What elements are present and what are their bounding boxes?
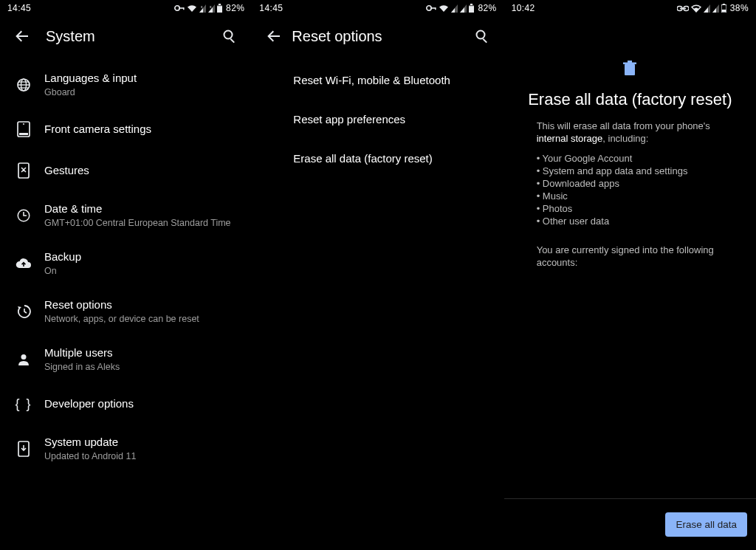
signal-2-icon bbox=[460, 4, 467, 13]
item-subtitle: Signed in as Aleks bbox=[44, 361, 240, 373]
svg-text:x: x bbox=[210, 4, 212, 9]
svg-rect-6 bbox=[219, 4, 221, 5]
back-button[interactable] bbox=[9, 29, 35, 44]
signal-2-icon: x bbox=[208, 4, 215, 13]
item-title: Backup bbox=[44, 250, 240, 264]
wifi-icon bbox=[691, 4, 701, 13]
svg-rect-30 bbox=[482, 38, 487, 43]
status-time: 14:45 bbox=[259, 3, 283, 13]
back-arrow-icon bbox=[15, 29, 30, 44]
app-bar: Reset options bbox=[252, 16, 504, 56]
erase-button-bar: Erase all data bbox=[504, 498, 756, 537]
erase-intro: This will erase all data from your phone… bbox=[537, 120, 724, 145]
battery-icon bbox=[721, 4, 726, 13]
vpn-chain-icon bbox=[677, 5, 689, 12]
camera-front-icon bbox=[17, 121, 30, 137]
status-battery: 38% bbox=[730, 3, 749, 13]
item-title: Date & time bbox=[44, 202, 240, 216]
item-front-camera[interactable]: Front camera settings bbox=[0, 109, 252, 150]
item-title: Reset options bbox=[44, 298, 240, 312]
update-icon bbox=[17, 441, 30, 457]
svg-rect-7 bbox=[217, 6, 222, 13]
search-icon bbox=[475, 29, 489, 44]
svg-rect-28 bbox=[469, 6, 474, 13]
svg-rect-25 bbox=[435, 7, 436, 10]
item-title: System update bbox=[44, 435, 240, 450]
svg-rect-2 bbox=[183, 7, 185, 10]
svg-rect-1 bbox=[179, 7, 184, 9]
erase-body: This will erase all data from your phone… bbox=[504, 109, 756, 269]
item-gestures[interactable]: Gestures bbox=[0, 150, 252, 191]
item-reset-options[interactable]: Reset optionsNetwork, apps, or device ca… bbox=[0, 287, 252, 335]
restore-icon bbox=[16, 304, 31, 319]
signal-1-icon bbox=[704, 4, 710, 13]
status-bar: 14:45 x x 82% bbox=[0, 0, 252, 16]
item-developer-options[interactable]: { } Developer options bbox=[0, 383, 252, 424]
svg-rect-9 bbox=[230, 38, 235, 43]
page-title: System bbox=[46, 28, 216, 45]
svg-rect-27 bbox=[470, 4, 472, 5]
signal-1-icon: x bbox=[199, 4, 206, 13]
item-system-update[interactable]: System updateUpdated to Android 11 bbox=[0, 424, 252, 472]
item-subtitle: Network, apps, or device can be reset bbox=[44, 313, 240, 325]
status-battery: 82% bbox=[478, 3, 496, 13]
trash-icon bbox=[622, 61, 637, 77]
reset-wifi-mobile-bt[interactable]: Reset Wi-Fi, mobile & Bluetooth bbox=[293, 61, 492, 100]
svg-point-8 bbox=[224, 31, 233, 39]
clock-icon bbox=[16, 208, 31, 223]
cloud-upload-icon bbox=[16, 258, 32, 269]
item-title: Front camera settings bbox=[44, 119, 240, 140]
person-icon bbox=[16, 352, 31, 367]
item-backup[interactable]: BackupOn bbox=[0, 239, 252, 287]
back-arrow-icon bbox=[267, 29, 281, 44]
svg-text:x: x bbox=[201, 4, 203, 9]
signal-2-icon bbox=[712, 4, 719, 13]
status-icons: 82% bbox=[426, 3, 496, 13]
erase-bullet: Other user data bbox=[537, 215, 724, 227]
page-title: Reset options bbox=[292, 28, 468, 45]
svg-rect-33 bbox=[680, 7, 686, 9]
item-subtitle: Updated to Android 11 bbox=[44, 450, 240, 462]
svg-rect-17 bbox=[19, 133, 28, 135]
erase-bullet: Photos bbox=[537, 202, 724, 215]
erase-bullet: Your Google Account bbox=[537, 152, 724, 165]
item-title: Languages & input bbox=[44, 71, 240, 86]
reset-app-preferences[interactable]: Reset app preferences bbox=[293, 100, 492, 139]
item-title: Developer options bbox=[44, 393, 240, 414]
screen-system: 14:45 x x 82% System Languages & inputGb… bbox=[0, 0, 252, 550]
svg-point-21 bbox=[21, 354, 27, 360]
back-button[interactable] bbox=[261, 29, 287, 44]
braces-icon: { } bbox=[15, 396, 32, 412]
erase-bullet-list: Your Google Account System and app data … bbox=[537, 152, 724, 227]
screen-reset-options: 14:45 82% Reset options Reset Wi-Fi, mob… bbox=[252, 0, 504, 550]
status-battery: 82% bbox=[226, 3, 244, 13]
status-bar: 14:45 82% bbox=[252, 0, 504, 16]
search-button[interactable] bbox=[469, 29, 495, 44]
search-button[interactable] bbox=[216, 29, 243, 44]
status-icons: 38% bbox=[677, 3, 749, 13]
item-title: Gestures bbox=[44, 160, 240, 181]
erase-all-data[interactable]: Erase all data (factory reset) bbox=[293, 139, 492, 178]
wifi-icon bbox=[187, 4, 197, 13]
item-languages-input[interactable]: Languages & inputGboard bbox=[0, 61, 252, 109]
signal-1-icon bbox=[451, 4, 458, 13]
status-icons: x x 82% bbox=[174, 3, 244, 13]
status-bar: 10:42 38% bbox=[504, 0, 756, 16]
svg-rect-39 bbox=[628, 61, 632, 63]
svg-point-29 bbox=[476, 31, 484, 39]
item-title: Multiple users bbox=[44, 346, 240, 360]
svg-rect-24 bbox=[430, 7, 436, 9]
vpn-key-icon bbox=[426, 4, 436, 12]
globe-icon bbox=[16, 78, 31, 92]
vpn-key-icon bbox=[174, 4, 185, 12]
erase-accounts-text: You are currently signed into the follow… bbox=[537, 244, 724, 269]
svg-rect-36 bbox=[721, 10, 726, 12]
wifi-icon bbox=[439, 4, 449, 13]
item-date-time[interactable]: Date & timeGMT+01:00 Central European St… bbox=[0, 191, 252, 239]
search-icon bbox=[222, 29, 237, 44]
erase-all-data-button[interactable]: Erase all data bbox=[665, 512, 747, 537]
status-time: 10:42 bbox=[512, 3, 535, 13]
item-multiple-users[interactable]: Multiple usersSigned in as Aleks bbox=[0, 335, 252, 383]
svg-point-16 bbox=[23, 123, 24, 125]
item-subtitle: GMT+01:00 Central European Standard Time bbox=[44, 217, 240, 229]
